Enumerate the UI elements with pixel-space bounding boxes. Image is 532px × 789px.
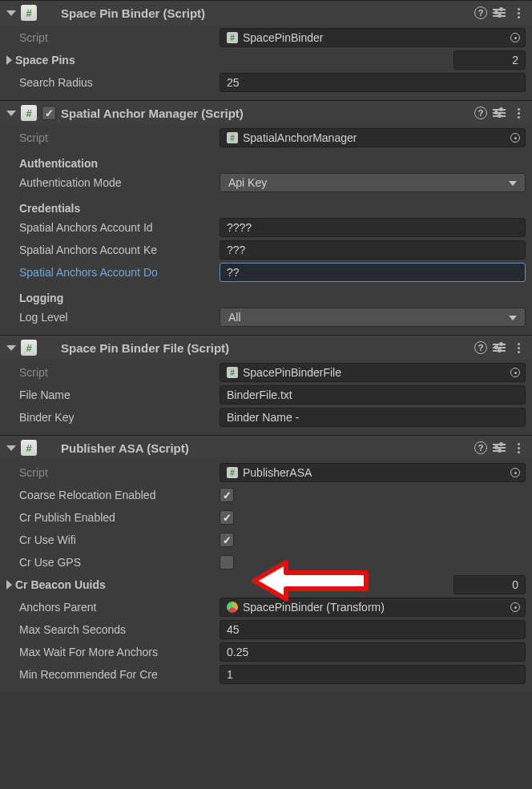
dropdown-value: All [228,311,241,324]
property-label: Script [19,466,216,479]
component-header[interactable]: #Publisher ASA (Script)? [0,436,532,460]
property-label: Binder Key [19,411,216,424]
property-label: File Name [19,388,216,401]
property-label: Cr Use GPS [19,556,216,569]
component-title: Spatial Anchor Manager (Script) [61,107,470,120]
text-field[interactable] [220,385,526,405]
property-label: Cr Beacon Uuids [15,578,212,591]
object-field-text: SpatialAnchorManager [243,131,357,144]
script-icon: # [21,105,37,121]
object-picker-icon[interactable] [510,602,520,612]
fold-toggle-icon[interactable] [6,10,16,16]
component-title: Space Pin Binder File (Script) [61,341,470,355]
preset-icon[interactable] [492,6,506,20]
text-input[interactable] [227,221,518,234]
checkbox[interactable] [220,488,234,502]
text-field[interactable] [220,665,526,684]
text-input[interactable] [227,388,518,401]
array-fold-icon[interactable] [6,580,12,590]
component-header[interactable]: #Space Pin Binder File (Script)? [0,336,532,360]
context-menu-icon[interactable] [511,441,526,455]
text-field[interactable] [220,218,526,237]
array-size-field[interactable]: 0 [453,575,526,594]
property-row: Cr Beacon Uuids0 [6,574,526,596]
object-field[interactable]: #SpacePinBinderFile [220,363,526,382]
property-row: File Name [6,384,526,406]
help-icon[interactable]: ? [474,341,487,354]
text-input[interactable] [227,411,518,424]
help-icon[interactable]: ? [474,107,487,119]
script-icon: # [21,440,37,456]
text-field[interactable] [220,263,526,282]
text-input[interactable] [227,266,518,279]
property-row: Cr Use GPS [6,551,526,574]
property-label: Script [19,131,216,144]
property-row: Anchors ParentSpacePinBinder (Transform) [6,596,526,618]
text-input[interactable] [227,76,518,89]
preset-icon[interactable] [492,441,506,455]
object-field[interactable]: #SpatialAnchorManager [220,128,526,147]
text-input[interactable] [227,668,518,681]
fold-toggle-icon[interactable] [6,445,16,451]
component-title: Space Pin Binder (Script) [61,6,470,20]
object-field-text: SpacePinBinder [243,31,323,44]
object-field[interactable]: #PublisherASA [220,463,526,482]
text-input[interactable] [227,646,518,658]
component-header[interactable]: #Space Pin Binder (Script)? [0,1,532,25]
component-title: Publisher ASA (Script) [61,441,470,455]
object-field-text: SpacePinBinder (Transform) [243,601,385,614]
component: #Spatial Anchor Manager (Script)?Script#… [0,100,532,335]
checkbox[interactable] [220,533,234,547]
text-input[interactable] [227,623,518,636]
property-label: Anchors Parent [19,601,216,614]
fold-toggle-icon[interactable] [6,345,16,351]
help-icon[interactable]: ? [474,441,487,454]
property-row: Cr Use Wifi [6,529,526,551]
property-label: Spatial Anchors Account Ke [19,244,216,256]
text-field[interactable] [220,408,526,427]
component-enable-checkbox[interactable] [42,106,56,120]
preset-icon[interactable] [492,340,506,355]
object-field-text: PublisherASA [243,466,312,479]
context-menu-icon[interactable] [511,6,526,20]
section-heading: Authentication [6,157,526,170]
checkbox[interactable] [220,555,234,570]
text-field[interactable] [220,240,526,260]
property-label: Authentication Mode [19,176,216,189]
object-picker-icon[interactable] [510,468,520,477]
dropdown[interactable]: Api Key [220,173,526,192]
property-row: Binder Key [6,406,526,429]
text-input[interactable] [227,244,518,256]
context-menu-icon[interactable] [511,106,526,120]
component-header[interactable]: #Spatial Anchor Manager (Script)? [0,101,532,125]
property-row: Spatial Anchors Account Ke [6,239,526,261]
script-mini-icon: # [227,467,238,478]
property-row: Authentication ModeApi Key [6,171,526,194]
context-menu-icon[interactable] [511,340,526,355]
dropdown[interactable]: All [220,308,526,327]
component-body: Script#SpacePinBinderSpace Pins2Search R… [0,25,532,100]
property-label: Max Search Seconds [19,623,216,636]
script-mini-icon: # [227,32,238,43]
script-mini-icon: # [227,367,238,378]
help-icon[interactable]: ? [474,6,487,19]
text-field[interactable] [220,642,526,662]
array-size-field[interactable]: 2 [453,50,526,70]
text-field[interactable] [220,73,526,92]
object-picker-icon[interactable] [510,33,520,42]
preset-icon[interactable] [492,106,506,120]
object-field[interactable]: #SpacePinBinder [220,28,526,47]
property-label: Min Recommended For Cre [19,668,216,681]
property-row: Max Wait For More Anchors [6,641,526,663]
object-picker-icon[interactable] [510,368,520,377]
object-field[interactable]: SpacePinBinder (Transform) [220,598,526,617]
property-label: Max Wait For More Anchors [19,646,216,658]
text-field[interactable] [220,620,526,639]
property-row: Spatial Anchors Account Id [6,216,526,239]
fold-toggle-icon[interactable] [6,111,16,116]
property-label: Spatial Anchors Account Id [19,221,216,234]
array-fold-icon[interactable] [6,55,12,65]
checkbox[interactable] [220,510,234,525]
object-picker-icon[interactable] [510,133,520,143]
property-row: Min Recommended For Cre [6,663,526,686]
